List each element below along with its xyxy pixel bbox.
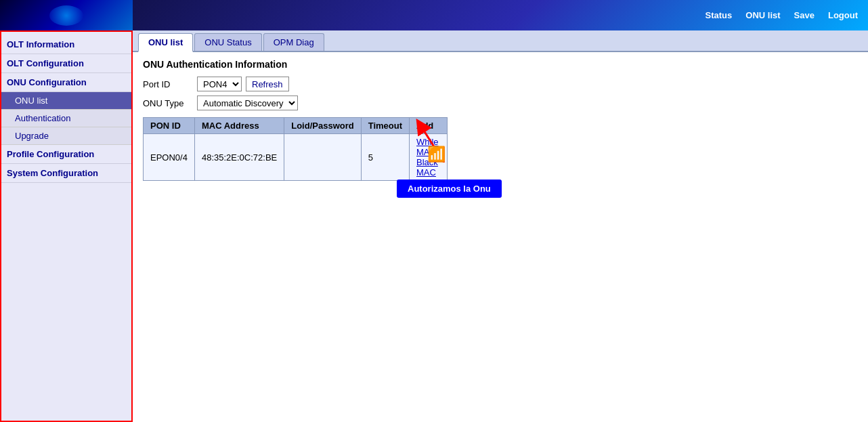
nav-save[interactable]: Save (794, 10, 815, 20)
cell-mac-address: 48:35:2E:0C:72:BE (194, 134, 284, 181)
refresh-button[interactable]: Refresh (246, 77, 289, 91)
table-row: EPON0/4 48:35:2E:0C:72:BE 5 While MAC Bl… (144, 134, 448, 181)
onu-type-row: ONU Type Automatic Discovery Manual (143, 96, 858, 110)
sidebar-item-olt-information[interactable]: OLT Information (1, 35, 131, 54)
sidebar-item-system-configuration[interactable]: System Configuration (1, 164, 131, 183)
col-mac-address: MAC Address (194, 118, 284, 134)
nav-status[interactable]: Status (706, 10, 733, 20)
tab-onu-list[interactable]: ONU list (138, 33, 193, 52)
globe-icon (49, 5, 83, 26)
tab-opm-diag[interactable]: OPM Diag (263, 33, 324, 51)
content-area: ONU Authentication Information Port ID P… (133, 52, 868, 188)
sidebar-item-onu-configuration[interactable]: ONU Configuration (1, 73, 131, 92)
port-id-select[interactable]: PON4 PON1 PON2 PON3 PON5 PON6 PON7 PON8 (197, 77, 242, 91)
black-mac-link[interactable]: Black MAC (416, 157, 438, 177)
sidebar-item-olt-configuration[interactable]: OLT Configuration (1, 54, 131, 73)
col-loid-password: Loid/Password (284, 118, 361, 134)
main-content: ONU list ONU Status OPM Diag ONU Authent… (133, 30, 868, 422)
nav-onu-list[interactable]: ONU list (745, 10, 780, 20)
col-pon-id: PON ID (144, 118, 195, 134)
cell-timeout: 5 (361, 134, 409, 181)
sidebar-item-onu-list[interactable]: ONU list (1, 92, 131, 110)
sidebar: OLT Information OLT Configuration ONU Co… (0, 30, 133, 422)
main-layout: OLT Information OLT Configuration ONU Co… (0, 30, 868, 422)
cell-add: While MAC Black MAC (410, 134, 448, 181)
sidebar-item-authentication[interactable]: Authentication (1, 110, 131, 127)
topbar: Status ONU list Save Logout (0, 0, 868, 30)
cell-loid-password (284, 134, 361, 181)
onu-type-select[interactable]: Automatic Discovery Manual (197, 96, 298, 110)
onu-table: PON ID MAC Address Loid/Password Timeout… (143, 117, 448, 181)
logo (0, 0, 133, 30)
while-mac-link[interactable]: While MAC (416, 137, 439, 157)
col-timeout: Timeout (361, 118, 409, 134)
top-nav: Status ONU list Save Logout (706, 10, 858, 20)
annotation-box: Autorizamos la Onu (397, 180, 502, 198)
sidebar-item-profile-configuration[interactable]: Profile Configuration (1, 145, 131, 164)
nav-logout[interactable]: Logout (828, 10, 858, 20)
section-title: ONU Authentication Information (143, 59, 858, 70)
col-add: Add (410, 118, 448, 134)
port-id-label: Port ID (143, 79, 197, 89)
onu-type-label: ONU Type (143, 98, 197, 108)
sidebar-item-upgrade[interactable]: Upgrade (1, 127, 131, 145)
tabbar: ONU list ONU Status OPM Diag (133, 30, 868, 52)
cell-pon-id: EPON0/4 (144, 134, 195, 181)
port-id-row: Port ID PON4 PON1 PON2 PON3 PON5 PON6 PO… (143, 77, 858, 91)
tab-onu-status[interactable]: ONU Status (194, 33, 261, 51)
